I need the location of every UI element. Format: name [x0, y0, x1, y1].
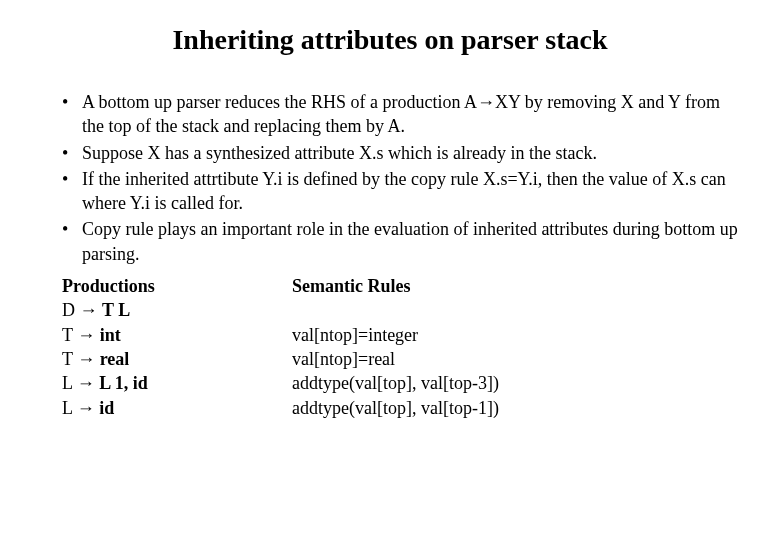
bullet-item: If the inherited attrtibute Y.i is defin… — [62, 167, 740, 216]
bullet-item: Copy rule plays an important role in the… — [62, 217, 740, 266]
rule-cell: val[ntop]=real — [292, 347, 740, 371]
table-row: T → int val[ntop]=integer — [62, 323, 740, 347]
production-cell: D → T L — [62, 298, 292, 322]
rule-cell: addtype(val[top], val[top-3]) — [292, 371, 740, 395]
production-body: L 1, id — [99, 373, 148, 393]
bullet-item: A bottom up parser reduces the RHS of a … — [62, 90, 740, 139]
production-prefix: L → — [62, 373, 99, 393]
table-row: T → real val[ntop]=real — [62, 347, 740, 371]
rule-cell: addtype(val[top], val[top-1]) — [292, 396, 740, 420]
production-prefix: T → — [62, 325, 100, 345]
table-row: L → id addtype(val[top], val[top-1]) — [62, 396, 740, 420]
production-body: real — [100, 349, 130, 369]
production-cell: L → L 1, id — [62, 371, 292, 395]
rule-cell: val[ntop]=integer — [292, 323, 740, 347]
rule-cell — [292, 298, 740, 322]
production-cell: T → real — [62, 347, 292, 371]
bullet-item: Suppose X has a synthesized attribute X.… — [62, 141, 740, 165]
table-header-row: Productions Semantic Rules — [62, 274, 740, 298]
semantic-rules-header: Semantic Rules — [292, 274, 740, 298]
production-cell: L → id — [62, 396, 292, 420]
page-title: Inheriting attributes on parser stack — [40, 24, 740, 56]
productions-table: Productions Semantic Rules D → T L T → i… — [40, 274, 740, 420]
production-body: int — [100, 325, 121, 345]
production-body: id — [99, 398, 114, 418]
table-row: L → L 1, id addtype(val[top], val[top-3]… — [62, 371, 740, 395]
production-cell: T → int — [62, 323, 292, 347]
production-prefix: T → — [62, 349, 100, 369]
bullet-list: A bottom up parser reduces the RHS of a … — [40, 90, 740, 266]
production-prefix: L → — [62, 398, 99, 418]
production-body: T L — [102, 300, 130, 320]
productions-header: Productions — [62, 274, 292, 298]
table-row: D → T L — [62, 298, 740, 322]
production-prefix: D → — [62, 300, 102, 320]
